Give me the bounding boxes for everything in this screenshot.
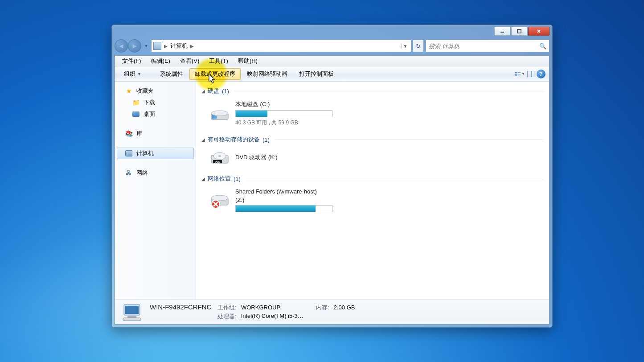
drive-c[interactable]: 本地磁盘 (C:) 40.3 GB 可用 , 共 59.9 GB [201,99,544,133]
drive-free-text: 40.3 GB 可用 , 共 59.9 GB [235,119,332,127]
search-icon[interactable]: 🔍 [539,43,546,49]
refresh-button[interactable]: ↻ [413,40,424,52]
star-icon: ★ [125,87,133,95]
address-dropdown[interactable]: ▼ [401,44,409,49]
sidebar-desktop[interactable]: 桌面 [115,108,196,120]
help-button[interactable]: ? [537,70,546,78]
maximize-button[interactable] [511,27,527,36]
svg-point-19 [211,195,228,201]
sidebar-network[interactable]: 🖧 网络 [115,167,196,179]
svg-point-15 [218,155,221,157]
minimize-button[interactable] [494,27,510,36]
computer-icon [153,42,161,50]
nav-forward-button[interactable]: ► [128,39,141,53]
svg-rect-8 [527,71,534,77]
folder-icon: 📁 [132,99,140,106]
collapse-icon: ◢ [201,137,205,142]
svg-rect-5 [515,74,517,75]
drive-usage-bar [235,205,332,212]
preview-pane-button[interactable] [526,69,536,79]
svg-rect-24 [125,306,139,314]
svg-text:DVD: DVD [215,160,221,163]
hdd-icon [209,105,230,122]
chevron-right-icon[interactable]: ▶ [190,44,194,49]
svg-rect-1 [517,29,521,33]
svg-point-12 [211,111,228,116]
group-header-removable[interactable]: ◢ 有可移动存储的设备 (1) [201,136,544,144]
network-icon: 🖧 [125,169,133,177]
collapse-icon: ◢ [201,89,205,94]
address-bar[interactable]: ▶ 计算机 ▶ ▼ [151,40,411,52]
menubar: 文件(F) 编辑(E) 查看(V) 工具(T) 帮助(H) [115,56,549,66]
desktop-icon [132,111,140,118]
library-icon: 📚 [125,130,133,137]
sidebar-libraries[interactable]: 📚 库 [115,128,196,140]
group-header-network[interactable]: ◢ 网络位置 (1) [201,175,544,183]
organize-button[interactable]: 组织 ▼ [119,68,147,80]
memory-value: 2.00 GB [334,304,355,311]
address-text: 计算机 [170,42,188,50]
computer-icon [125,150,133,157]
menu-help[interactable]: 帮助(H) [234,56,262,66]
menu-view[interactable]: 查看(V) [176,56,204,66]
search-input[interactable] [429,43,539,49]
computer-name: WIN-F9492FCRFNC [150,303,211,311]
sidebar: ★ 收藏夹 📁 下载 桌面 📚 库 [115,82,196,299]
sidebar-favorites[interactable]: ★ 收藏夹 [115,85,196,97]
drive-label: Shared Folders (\\vmware-host) [235,188,332,195]
group-header-hdd[interactable]: ◢ 硬盘 (1) [201,87,544,95]
menu-tools[interactable]: 工具(T) [205,56,233,66]
toolbar: 组织 ▼ 系统属性 卸载或更改程序 映射网络驱动器 打开控制面板 ▼ ? [115,66,549,82]
map-network-drive-button[interactable]: 映射网络驱动器 [242,68,293,80]
titlebar [115,27,550,37]
system-properties-button[interactable]: 系统属性 [155,68,189,80]
drive-label: DVD 驱动器 (K:) [235,153,278,161]
computer-icon [121,303,143,321]
drive-k[interactable]: DVD DVD 驱动器 (K:) [201,147,544,172]
view-mode-button[interactable]: ▼ [515,69,525,79]
details-pane: WIN-F9492FCRFNC 工作组: WORKGROUP 内存: 2.00 … [115,299,549,324]
close-button[interactable] [528,27,550,36]
collapse-icon: ◢ [201,177,205,181]
explorer-window: ◄ ► ▼ ▶ 计算机 ▶ ▼ ↻ 🔍 文件(F) 编辑(E) 查看(V) 工具… [111,25,553,328]
svg-rect-26 [123,318,141,321]
nav-history-dropdown[interactable]: ▼ [143,44,149,48]
nav-row: ◄ ► ▼ ▶ 计算机 ▶ ▼ ↻ 🔍 [115,38,550,53]
sidebar-computer[interactable]: 计算机 [117,148,194,159]
menu-file[interactable]: 文件(F) [118,56,146,66]
dvd-icon: DVD [209,149,230,166]
menu-edit[interactable]: 编辑(E) [147,56,175,66]
workgroup-value: WORKGROUP [241,304,280,311]
drive-z[interactable]: Shared Folders (\\vmware-host) (Z:) [201,186,544,218]
svg-rect-25 [127,316,136,318]
sidebar-downloads[interactable]: 📁 下载 [115,97,196,108]
uninstall-program-button[interactable]: 卸载或更改程序 [189,68,241,80]
drive-letter: (Z:) [235,197,332,203]
nav-back-button[interactable]: ◄ [115,39,128,53]
open-control-panel-button[interactable]: 打开控制面板 [294,68,339,80]
drive-usage-bar [235,110,332,117]
content-pane: ◢ 硬盘 (1) 本地磁盘 (C:) 40.3 GB 可用 , 共 59.9 G [196,82,549,299]
cpu-value: Intel(R) Core(TM) i5-3… [241,313,304,321]
drive-label: 本地磁盘 (C:) [235,100,332,108]
svg-rect-4 [515,72,517,73]
chevron-right-icon: ▶ [164,44,168,49]
search-box[interactable]: 🔍 [426,40,550,52]
network-drive-icon [209,192,230,209]
